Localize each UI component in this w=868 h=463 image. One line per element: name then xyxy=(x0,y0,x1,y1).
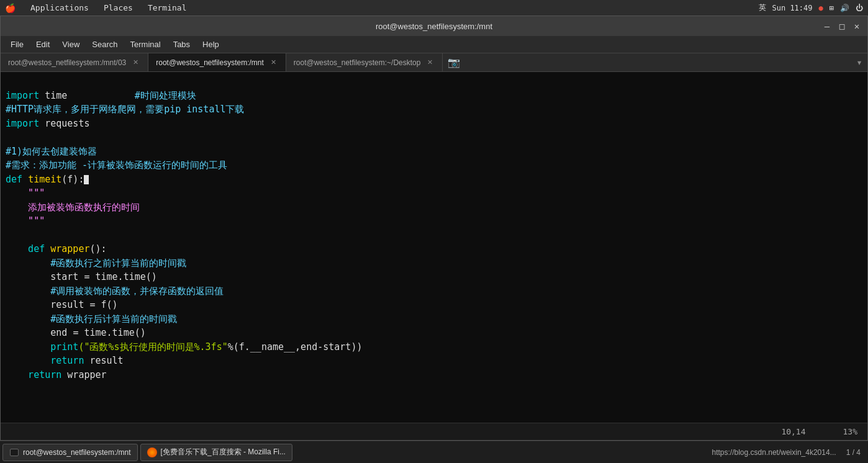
window-controls: — □ ✕ xyxy=(821,20,862,32)
menu-places[interactable]: Places xyxy=(101,2,135,14)
screenshot-button[interactable]: 📷 xyxy=(443,53,465,71)
system-bar-right: 英 Sun 11:49 ● ⊞ 🔊 ⏻ xyxy=(759,2,864,13)
terminal-icon-shape xyxy=(10,449,19,456)
window-title: root@westos_netfilesystem:/mnt xyxy=(376,22,492,31)
taskbar-url-text: https://blog.csdn.net/weixin_4k2014... xyxy=(712,448,836,457)
taskbar-page-info: 1 / 4 xyxy=(846,448,861,457)
menu-tabs[interactable]: Tabs xyxy=(168,38,195,51)
system-bar-left: 🍎 Applications Places Terminal xyxy=(5,2,749,14)
title-bar: root@westos_netfilesystem:/mnt — □ ✕ xyxy=(1,16,867,36)
tab-1-label: root@westos_netfilesystem:/mnt xyxy=(156,58,264,67)
menu-terminal-sys[interactable]: Terminal xyxy=(145,2,189,14)
record-indicator: ● xyxy=(819,4,823,12)
browser-taskbar-icon xyxy=(147,447,157,457)
scroll-percent: 13% xyxy=(843,427,857,436)
cursor-position: 10,14 xyxy=(781,427,805,436)
network-icon: ⊞ xyxy=(830,4,834,12)
system-bar: 🍎 Applications Places Terminal 英 Sun 11:… xyxy=(0,0,868,16)
tabs-bar: root@westos_netfilesystem:/mnt/03 ✕ root… xyxy=(1,53,867,72)
close-button[interactable]: ✕ xyxy=(851,20,862,32)
clock: Sun 11:49 xyxy=(772,4,813,12)
taskbar-terminal-label: root@westos_netfilesystem:/mnt xyxy=(23,448,131,457)
taskbar-url: https://blog.csdn.net/weixin_4k2014... 1… xyxy=(712,448,866,457)
tab-1[interactable]: root@westos_netfilesystem:/mnt ✕ xyxy=(148,53,286,71)
menu-view[interactable]: View xyxy=(57,38,84,51)
firefox-icon-shape xyxy=(147,447,157,457)
volume-icon: 🔊 xyxy=(840,4,849,12)
taskbar-browser-label: [免费音乐下载_百度搜索 - Mozilla Fi... xyxy=(161,447,286,457)
tab-2-close[interactable]: ✕ xyxy=(425,58,435,67)
terminal-content[interactable]: import time #时间处理模块 #HTTP请求库，多用于网络爬网，需要p… xyxy=(1,72,867,423)
tabs-dropdown[interactable]: ▾ xyxy=(851,53,867,71)
taskbar-browser[interactable]: [免费音乐下载_百度搜索 - Mozilla Fi... xyxy=(140,444,292,461)
power-icon: ⏻ xyxy=(856,4,863,12)
tab-1-close[interactable]: ✕ xyxy=(269,58,278,67)
taskbar: root@westos_netfilesystem:/mnt [免费音乐下载_百… xyxy=(0,441,868,463)
menu-bar: File Edit View Search Terminal Tabs Help xyxy=(1,36,867,53)
menu-applications[interactable]: Applications xyxy=(28,2,91,14)
menu-file[interactable]: File xyxy=(6,38,29,51)
status-bar: 10,14 13% xyxy=(1,423,867,440)
terminal-window: root@westos_netfilesystem:/mnt — □ ✕ Fil… xyxy=(0,16,868,441)
apple-icon: 🍎 xyxy=(5,3,16,13)
code-display: import time #时间处理模块 #HTTP请求库，多用于网络爬网，需要p… xyxy=(6,74,862,396)
maximize-button[interactable]: □ xyxy=(836,20,848,32)
tab-2[interactable]: root@westos_netfilesystem:~/Desktop ✕ xyxy=(286,53,443,71)
menu-help[interactable]: Help xyxy=(197,38,224,51)
tab-0[interactable]: root@westos_netfilesystem:/mnt/03 ✕ xyxy=(1,53,148,71)
tab-2-label: root@westos_netfilesystem:~/Desktop xyxy=(294,58,421,67)
menu-search[interactable]: Search xyxy=(87,38,122,51)
tab-0-close[interactable]: ✕ xyxy=(131,58,140,67)
terminal-taskbar-icon xyxy=(9,447,19,457)
menu-terminal[interactable]: Terminal xyxy=(125,38,166,51)
language-indicator: 英 xyxy=(759,2,766,13)
minimize-button[interactable]: — xyxy=(821,20,833,32)
tab-0-label: root@westos_netfilesystem:/mnt/03 xyxy=(8,58,126,67)
taskbar-terminal[interactable]: root@westos_netfilesystem:/mnt xyxy=(2,444,138,461)
menu-edit[interactable]: Edit xyxy=(31,38,55,51)
